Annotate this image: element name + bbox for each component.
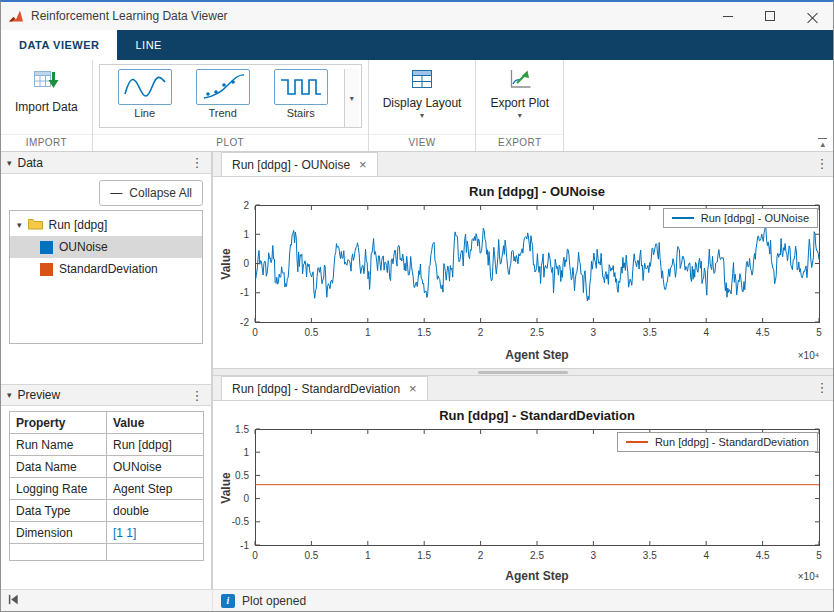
data-panel-header: ▾ Data ⋮ [1,152,211,174]
data-panel-body: — Collapse All ▾ Run [ddpg] [1,174,211,384]
plot-type-gallery: Line Trend [99,64,362,128]
svg-text:-1: -1 [240,540,249,551]
close-tab-icon[interactable]: × [359,158,367,171]
status-message-area: i Plot opened [213,594,306,608]
main-content: ▾ Data ⋮ — Collapse All ▾ [1,152,833,589]
left-pane: ▾ Data ⋮ — Collapse All ▾ [1,152,211,589]
svg-text:3.5: 3.5 [643,327,657,338]
minimize-button[interactable] [707,2,749,30]
gallery-item-trend[interactable]: Trend [184,69,262,119]
section-caption-export: EXPORT [476,134,563,151]
svg-text:4.5: 4.5 [756,327,770,338]
table-row: Logging Rate Agent Step [10,478,204,500]
section-caption-view: VIEW [369,134,476,151]
svg-text:5: 5 [816,550,822,561]
collapse-data-panel-icon[interactable]: ▾ [7,158,12,168]
y-axis-label: Value [219,472,233,503]
close-icon [807,11,818,22]
table-row: Data Name OUNoise [10,456,204,478]
chevron-down-icon: ▾ [420,113,424,119]
svg-text:3: 3 [591,327,597,338]
ounoise-tabbar-menu-button[interactable]: ⋮ [811,152,833,176]
svg-text:2: 2 [478,327,484,338]
close-tab-icon[interactable]: × [409,382,417,395]
svg-text:1: 1 [365,327,371,338]
legend-label: Run [ddpg] - StandardDeviation [655,436,809,448]
gallery-item-stairs[interactable]: Stairs [262,69,340,119]
x-axis-label: Agent Step [255,348,819,362]
x-axis-label: Agent Step [255,569,819,583]
gallery-item-line[interactable]: Line [106,69,184,119]
svg-text:-0.5: -0.5 [232,516,250,527]
tree-item-ounoise[interactable]: OUNoise [10,236,202,258]
svg-text:5: 5 [816,327,822,338]
ribbon-tab-strip: DATA VIEWER LINE [1,30,833,60]
svg-text:1.5: 1.5 [417,550,431,561]
chevron-down-icon: ▾ [518,113,522,119]
svg-text:2.5: 2.5 [530,327,544,338]
svg-text:2: 2 [478,550,484,561]
legend: Run [ddpg] - StandardDeviation [617,432,818,452]
toolstrip-section-import: Import Data IMPORT [1,60,93,151]
tab-data-viewer[interactable]: DATA VIEWER [1,30,117,60]
legend: Run [ddpg] - OUNoise [663,208,818,228]
data-panel-title: Data [18,156,43,170]
display-layout-button[interactable]: Display Layout ▾ [375,64,470,123]
x-axis-exponent: ×10⁴ [798,571,819,582]
plot-area: Run [ddpg] - OUNoise × ⋮ Run [ddpg] - OU… [213,152,833,589]
gallery-dropdown-button[interactable]: ▾ [344,69,359,127]
export-plot-button[interactable]: Export Plot ▾ [482,64,557,123]
info-icon: i [221,594,235,608]
collapse-all-icon: — [110,186,122,200]
svg-text:-2: -2 [240,317,249,328]
table-row: Dimension [1 1] [10,522,204,544]
collapse-left-pane-button[interactable] [7,593,20,609]
matlab-app-icon [1,8,31,24]
tab-line[interactable]: LINE [117,30,179,60]
preview-panel-menu-button[interactable]: ⋮ [189,388,205,403]
ounoise-plot[interactable]: Run [ddpg] - OUNoise Value Agent Step ×1… [213,177,833,368]
trend-plot-icon [196,69,250,105]
svg-text:2.5: 2.5 [530,550,544,561]
preview-table: Property Value Run Name Run [ddpg] Data … [9,411,204,561]
legend-line-sample [672,217,694,219]
toolstrip-section-view: Display Layout ▾ VIEW [369,60,477,151]
svg-text:0.5: 0.5 [304,550,318,561]
export-plot-icon [508,68,532,93]
maximize-button[interactable] [749,2,791,30]
svg-text:1: 1 [365,550,371,561]
close-button[interactable] [791,2,833,30]
title-bar: Reinforcement Learning Data Viewer [1,2,833,30]
tree-expand-icon[interactable]: ▾ [17,220,22,230]
svg-text:1: 1 [243,447,249,458]
chevron-down-icon: ▾ [350,94,354,103]
plot-title: Run [ddpg] - StandardDeviation [255,408,819,423]
svg-text:4: 4 [703,327,709,338]
y-axis-label: Value [219,248,233,279]
ounoise-doc-tabbar: Run [ddpg] - OUNoise × ⋮ [213,152,833,177]
svg-text:0.5: 0.5 [304,327,318,338]
doc-tab-standarddeviation[interactable]: Run [ddpg] - StandardDeviation × [221,376,428,400]
tree-item-standarddeviation[interactable]: StandardDeviation [10,258,202,280]
collapse-toolstrip-button[interactable]: ▴ [818,138,827,149]
plot-title: Run [ddpg] - OUNoise [255,184,819,199]
svg-text:1.5: 1.5 [235,424,249,435]
svg-text:-1: -1 [240,287,249,298]
status-message: Plot opened [242,594,306,608]
data-tree: ▾ Run [ddpg] OUNoise [9,210,203,344]
tree-node-run-ddpg[interactable]: ▾ Run [ddpg] [10,214,202,236]
stairs-plot-icon [274,69,328,105]
data-panel-menu-button[interactable]: ⋮ [189,155,205,170]
import-data-button[interactable]: Import Data [7,64,86,118]
horizontal-splitter[interactable] [213,368,833,376]
minimize-icon [723,16,733,17]
collapse-all-button[interactable]: — Collapse All [99,180,203,206]
stddev-tabbar-menu-button[interactable]: ⋮ [811,376,833,400]
legend-label: Run [ddpg] - OUNoise [701,212,809,224]
collapse-preview-panel-icon[interactable]: ▾ [7,390,12,400]
status-bar: i Plot opened [1,589,833,611]
doc-tab-ounoise[interactable]: Run [ddpg] - OUNoise × [221,152,378,176]
standarddeviation-plot[interactable]: Run [ddpg] - StandardDeviation Value Age… [213,401,833,589]
svg-text:0.5: 0.5 [235,470,249,481]
svg-text:3: 3 [591,550,597,561]
